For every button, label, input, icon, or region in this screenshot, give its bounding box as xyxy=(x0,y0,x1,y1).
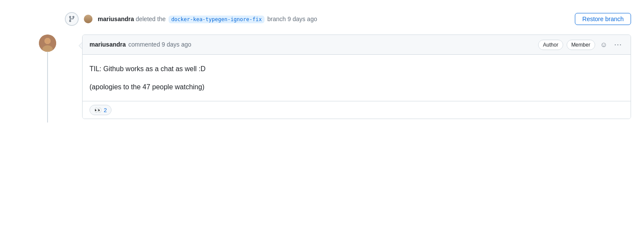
eyes-reaction-button[interactable]: 👀 2 xyxy=(89,105,112,115)
restore-branch-button[interactable]: Restore branch xyxy=(575,13,631,25)
member-badge: Member xyxy=(567,40,595,50)
branch-name: docker-kea-typegen-ignore-fix xyxy=(169,16,265,23)
comment-header-right: Author Member ☺ ··· xyxy=(538,39,624,50)
comment-timeline-area: mariusandra commented 9 days ago Author … xyxy=(13,35,631,122)
reaction-count: 2 xyxy=(104,107,107,113)
comment-box: mariusandra commented 9 days ago Author … xyxy=(82,35,631,119)
timeline-left xyxy=(13,35,82,122)
reaction-emoji: 👀 xyxy=(94,107,102,113)
commenter-name: mariusandra xyxy=(89,40,126,49)
svg-point-3 xyxy=(45,38,51,44)
branch-user-avatar xyxy=(84,15,92,23)
comment-header: mariusandra commented 9 days ago Author … xyxy=(83,35,631,55)
comment-meta: commented 9 days ago xyxy=(128,40,191,49)
comment-wrapper: mariusandra commented 9 days ago Author … xyxy=(82,35,631,122)
git-branch-icon xyxy=(68,16,75,22)
emoji-reaction-button[interactable]: ☺ xyxy=(599,40,609,50)
branch-icon-wrap xyxy=(65,12,79,26)
comment-header-left: mariusandra commented 9 days ago xyxy=(89,40,191,49)
branch-deletion-row: mariusandra deleted the docker-kea-typeg… xyxy=(13,9,631,33)
branch-deletion-text: mariusandra deleted the docker-kea-typeg… xyxy=(98,15,570,24)
author-badge: Author xyxy=(538,40,563,50)
comment-line-1: TIL: Github works as a chat as well :D xyxy=(89,63,624,75)
comment-line-2: (apologies to the 47 people watching) xyxy=(89,82,624,93)
comment-body: TIL: Github works as a chat as well :D (… xyxy=(83,55,631,101)
reactions-row: 👀 2 xyxy=(83,101,631,119)
more-options-button[interactable]: ··· xyxy=(612,39,624,50)
branch-username: mariusandra xyxy=(98,16,134,22)
commenter-avatar xyxy=(39,35,56,52)
comment-arrow xyxy=(79,42,82,49)
